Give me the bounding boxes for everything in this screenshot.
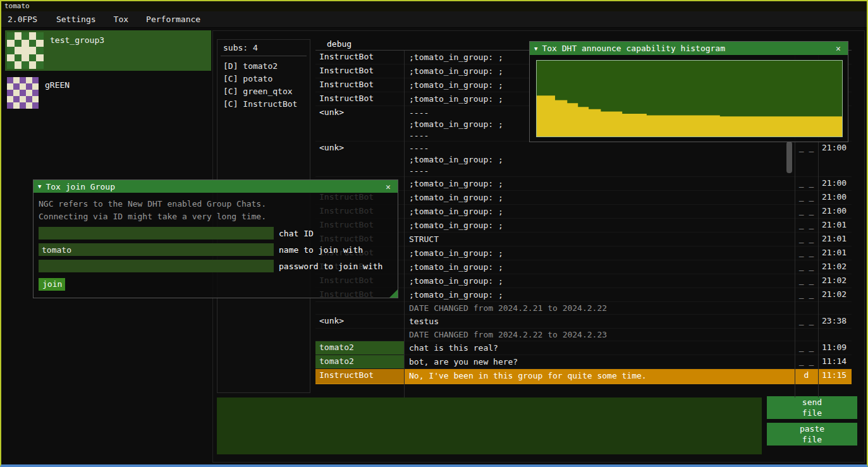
message-text: chat is this real? <box>404 341 795 355</box>
timestamp: 21:00 <box>818 205 852 215</box>
message-text: ;tomato_in_group: ; <box>404 246 795 260</box>
subs-header: subs: 4 <box>223 43 304 52</box>
delivery-flags: _ _ <box>795 219 818 229</box>
chat-row[interactable]: <unk>----;tomato_in_group: ;----_ _21:00 <box>315 142 852 177</box>
join-window-title: Tox join Group <box>46 182 383 191</box>
chat-row[interactable]: tomato2bot, are you new here?_ _11:14 <box>315 355 852 369</box>
app-window: tomato 2.0FPS SettingsToxPerformance tes… <box>0 0 868 467</box>
join-field-row: password to join with <box>39 260 393 272</box>
histogram-window: ▼ Tox DHT announce capability histogram … <box>529 41 848 142</box>
os-titlebar[interactable]: tomato <box>1 1 867 11</box>
name-to-join-with-input[interactable] <box>39 243 274 256</box>
chat-id-input[interactable] <box>39 227 274 240</box>
member-item[interactable]: [D] tomato2 <box>223 60 304 73</box>
join-description-line1: NGC refers to the New DHT enabled Group … <box>39 198 393 210</box>
timestamp: 21:01 <box>818 219 852 229</box>
field-label: chat ID <box>279 229 314 238</box>
histogram-area-svg <box>537 61 842 136</box>
chat-row[interactable]: InstructBotNo, I've been in this group f… <box>315 369 852 384</box>
delivery-flags: _ _ <box>795 288 818 299</box>
message-text: ;tomato_in_group: ; <box>404 288 795 301</box>
column-separator-name <box>404 51 405 397</box>
group-avatar-icon <box>7 77 39 109</box>
chat-row[interactable]: DATE CHANGED from 2024.2.21 to 2024.2.22 <box>315 302 852 315</box>
histogram-window-titlebar[interactable]: ▼ Tox DHT announce capability histogram … <box>530 42 848 55</box>
message-text: ;tomato_in_group: ; <box>404 191 795 204</box>
timestamp: 21:01 <box>818 233 852 243</box>
menu-item-settings[interactable]: Settings <box>47 11 105 27</box>
delivery-flags: _ _ <box>795 274 818 285</box>
delivery-flags: _ _ <box>795 177 818 188</box>
delivery-flags: _ _ <box>795 260 818 271</box>
delivery-flags: _ _ <box>795 341 818 352</box>
chat-row[interactable]: tomato2chat is this real?_ _11:09 <box>315 341 852 355</box>
chat-row[interactable]: DATE CHANGED from 2024.2.22 to 2024.2.23 <box>315 329 852 341</box>
window-title: tomato <box>4 2 30 10</box>
delivery-flags: _ _ <box>795 191 818 202</box>
message-text: ;tomato_in_group: ; <box>404 260 795 274</box>
fps-label: 2.0FPS <box>1 15 47 24</box>
delivery-flags: d <box>795 369 818 380</box>
subs-separator <box>221 56 307 56</box>
message-text: ;tomato_in_group: ; <box>404 219 795 232</box>
group-list: test_group3gREEN <box>5 30 211 120</box>
field-label: password to join with <box>279 262 382 271</box>
timestamp: 21:00 <box>818 191 852 202</box>
sender-name: InstructBot <box>315 92 404 106</box>
group-name: gREEN <box>45 80 70 90</box>
group-item-gREEN[interactable]: gREEN <box>5 75 211 116</box>
menu-item-performance[interactable]: Performance <box>137 11 209 27</box>
message-text: bot, are you new here? <box>404 355 795 368</box>
field-label: name to join with <box>279 245 363 255</box>
chat-row[interactable]: <unk>testus_ _23:38 <box>315 315 852 329</box>
message-text: ;tomato_in_group: ; <box>404 177 795 190</box>
message-text: testus <box>404 315 795 328</box>
system-message: DATE CHANGED from 2024.2.22 to 2024.2.23 <box>404 329 795 341</box>
menu-item-tox[interactable]: Tox <box>105 11 137 27</box>
group-avatar-icon <box>7 32 44 69</box>
menubar-items: SettingsToxPerformance <box>47 11 209 27</box>
sender-name: <unk> <box>315 315 404 328</box>
sender-name: InstructBot <box>315 369 404 384</box>
send-file-button[interactable]: send file <box>767 396 857 419</box>
member-item[interactable]: [C] InstructBot <box>223 98 304 111</box>
message-text: STRUCT <box>404 233 795 246</box>
collapse-arrow-icon[interactable]: ▼ <box>38 183 41 190</box>
message-input[interactable] <box>217 397 762 454</box>
timestamp: 21:00 <box>818 142 852 152</box>
join-window-titlebar[interactable]: ▼ Tox join Group ✕ <box>34 180 398 193</box>
sender-name: <unk> <box>315 106 404 141</box>
password-to-join-with-input[interactable] <box>39 260 274 272</box>
timestamp: 21:02 <box>818 274 852 285</box>
member-item[interactable]: [C] potato <box>223 73 304 85</box>
timestamp: 11:15 <box>818 369 852 380</box>
join-fields: chat IDname to join withpassword to join… <box>39 227 393 272</box>
join-window-body: NGC refers to the New DHT enabled Group … <box>34 193 398 296</box>
group-item-test_group3[interactable]: test_group3 <box>5 30 211 71</box>
message-text: ;tomato_in_group: ; <box>404 274 795 288</box>
timestamp: 21:02 <box>818 260 852 271</box>
member-item[interactable]: [C] green_qtox <box>223 85 304 98</box>
timestamp: 21:02 <box>818 288 852 299</box>
delivery-flags: _ _ <box>795 233 818 243</box>
collapse-arrow-icon[interactable]: ▼ <box>534 45 537 52</box>
delivery-flags: _ _ <box>795 205 818 215</box>
timestamp: 11:14 <box>818 355 852 366</box>
histogram-window-title: Tox DHT announce capability histogram <box>542 44 833 53</box>
sender-name: <unk> <box>315 142 404 176</box>
sender-name: InstructBot <box>315 51 404 64</box>
close-icon[interactable]: ✕ <box>383 182 393 191</box>
close-icon[interactable]: ✕ <box>833 44 843 53</box>
join-button[interactable]: join <box>39 278 65 291</box>
delivery-flags: _ _ <box>795 355 818 366</box>
sender-name: InstructBot <box>315 78 404 92</box>
system-message: DATE CHANGED from 2024.2.21 to 2024.2.22 <box>404 302 795 314</box>
chat-scrollbar-thumb[interactable] <box>786 142 792 173</box>
paste-file-button[interactable]: paste file <box>767 423 857 446</box>
delivery-flags: _ _ <box>795 142 818 152</box>
tab-debug[interactable]: debug <box>323 39 355 50</box>
delivery-flags: _ _ <box>795 315 818 325</box>
timestamp: 23:38 <box>818 315 852 325</box>
resize-grip-icon[interactable] <box>389 289 398 298</box>
sender-name: InstructBot <box>315 64 404 78</box>
